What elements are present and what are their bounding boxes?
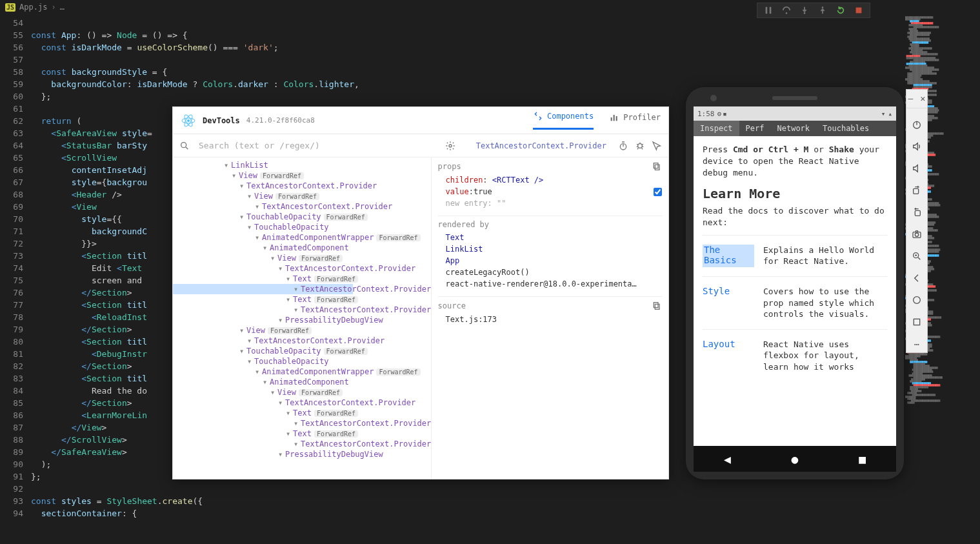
tree-node[interactable]: ▾TouchableOpacityForwardRef bbox=[173, 346, 353, 356]
tree-node[interactable]: ▾AnimatedComponentWrapperForwardRef bbox=[173, 232, 353, 243]
nav-back-icon[interactable]: ◀ bbox=[724, 452, 731, 466]
tree-node[interactable]: ▾TouchableOpacityForwardRef bbox=[173, 212, 353, 222]
restart-icon[interactable] bbox=[836, 6, 845, 15]
home-icon[interactable] bbox=[911, 294, 923, 306]
tree-node[interactable]: ▾TextForwardRef bbox=[173, 408, 353, 418]
svg-point-2 bbox=[786, 12, 788, 14]
link-title[interactable]: Style bbox=[703, 286, 754, 320]
tree-node[interactable]: ▾PressabilityDebugView bbox=[173, 315, 353, 325]
rendered-by-item[interactable]: createLegacyRoot() bbox=[438, 267, 662, 278]
pause-icon[interactable] bbox=[764, 6, 773, 15]
stopwatch-icon[interactable] bbox=[618, 141, 628, 151]
rendered-by-item[interactable]: LinkList bbox=[438, 243, 662, 255]
copy-icon[interactable] bbox=[652, 301, 662, 311]
tree-node[interactable]: ▾TextAncestorContext.Provider bbox=[173, 439, 353, 449]
debug-hint: Press Cmd or Ctrl + M or Shake your devi… bbox=[703, 144, 887, 179]
emulator-app-body[interactable]: Press Cmd or Ctrl + M or Shake your devi… bbox=[694, 136, 896, 446]
devtools-toolbar: TextAncestorContext.Provider bbox=[173, 134, 668, 157]
link-row[interactable]: The BasicsExplains a Hello World for Rea… bbox=[703, 235, 887, 276]
component-search-input[interactable] bbox=[195, 137, 440, 154]
svg-rect-11 bbox=[614, 115, 615, 121]
rendered-by-item[interactable]: react-native-renderer@18.0.0-experimenta… bbox=[438, 278, 662, 290]
tree-node[interactable]: ▾TextAncestorContext.Provider bbox=[173, 181, 353, 191]
gear-icon[interactable] bbox=[445, 141, 455, 151]
inspector-tab-touchables[interactable]: Touchables bbox=[816, 121, 875, 136]
volume-down-icon[interactable] bbox=[911, 163, 923, 174]
tree-node[interactable]: ▾TextAncestorContext.Provider bbox=[173, 305, 353, 315]
rendered-by-item[interactable]: App bbox=[438, 255, 662, 267]
nav-home-icon[interactable]: ● bbox=[792, 452, 799, 466]
prop-value-checkbox[interactable] bbox=[654, 188, 662, 196]
learn-more-heading: Learn More bbox=[703, 186, 887, 201]
tree-node[interactable]: ▾ViewForwardRef bbox=[173, 253, 353, 263]
step-out-icon[interactable] bbox=[818, 6, 827, 15]
svg-rect-19 bbox=[655, 304, 659, 309]
volume-up-icon[interactable] bbox=[911, 141, 923, 152]
tree-node[interactable]: ▾ViewForwardRef bbox=[173, 387, 353, 398]
tree-node[interactable]: ▾ViewForwardRef bbox=[173, 191, 353, 201]
tree-node[interactable]: ▾TextAncestorContext.Provider bbox=[173, 263, 353, 274]
file-type-badge: JS bbox=[5, 3, 15, 12]
inspector-tab-network[interactable]: Network bbox=[770, 121, 816, 136]
link-desc: Explains a Hello World for React Native. bbox=[763, 245, 887, 267]
prop-newentry[interactable]: new entry: "" bbox=[438, 197, 662, 209]
tab-profiler[interactable]: Profiler bbox=[609, 112, 661, 129]
close-icon[interactable]: ✕ bbox=[919, 92, 927, 104]
tree-node[interactable]: ▾LinkList bbox=[173, 160, 353, 170]
link-title[interactable]: The Basics bbox=[703, 245, 754, 267]
step-into-icon[interactable] bbox=[800, 6, 809, 15]
tree-node[interactable]: ▾AnimatedComponent bbox=[173, 243, 353, 253]
tree-node[interactable]: ▾ViewForwardRef bbox=[173, 170, 353, 181]
link-row[interactable]: StyleCovers how to use the prop named st… bbox=[703, 276, 887, 329]
camera-icon[interactable] bbox=[911, 228, 923, 240]
tree-node[interactable]: ▾TextForwardRef bbox=[173, 428, 353, 439]
step-over-icon[interactable] bbox=[782, 6, 791, 15]
tree-node[interactable]: ▾TextForwardRef bbox=[173, 274, 353, 284]
link-title[interactable]: Layout bbox=[703, 339, 754, 373]
tree-node[interactable]: ▾AnimatedComponent bbox=[173, 377, 353, 387]
source-file[interactable]: Text.js:173 bbox=[438, 314, 662, 325]
rendered-by-item[interactable]: Text bbox=[438, 232, 662, 243]
tree-node[interactable]: ▾TouchableOpacity bbox=[173, 356, 353, 367]
react-devtools-panel: DevTools 4.21.0-2f8f60ca8 Components Pro… bbox=[172, 106, 669, 479]
minimize-icon[interactable]: — bbox=[906, 92, 915, 104]
rotate-left-icon[interactable] bbox=[911, 185, 923, 196]
tree-node[interactable]: ▾ViewForwardRef bbox=[173, 325, 353, 336]
tab-components[interactable]: Components bbox=[533, 111, 594, 130]
prop-children: children: <RCTText /> bbox=[438, 174, 662, 186]
more-icon[interactable]: ⋯ bbox=[911, 338, 923, 350]
tree-node[interactable]: ▾TextAncestorContext.Provider bbox=[173, 284, 353, 294]
back-icon[interactable] bbox=[911, 272, 923, 284]
component-tree[interactable]: ▾LinkList▾ViewForwardRef▾TextAncestorCon… bbox=[173, 157, 431, 479]
tree-node[interactable]: ▾TextForwardRef bbox=[173, 294, 353, 305]
tree-node[interactable]: ▾PressabilityDebugView bbox=[173, 449, 353, 459]
breadcrumb-file[interactable]: App.js bbox=[19, 3, 47, 12]
inspector-tab-inspect[interactable]: Inspect bbox=[694, 121, 739, 136]
status-time: 1:58 bbox=[697, 110, 715, 118]
renderedby-title: rendered by bbox=[438, 220, 489, 229]
selected-component-path: TextAncestorContext.Provider bbox=[476, 141, 606, 150]
overview-icon[interactable] bbox=[911, 316, 923, 328]
inspector-tabs: Inspect Perf Network Touchables bbox=[694, 121, 896, 136]
copy-icon[interactable] bbox=[652, 161, 662, 172]
stop-icon[interactable] bbox=[854, 6, 863, 15]
svg-rect-0 bbox=[766, 7, 768, 14]
run-toolbar bbox=[757, 3, 870, 18]
inspect-icon[interactable] bbox=[652, 141, 662, 151]
tree-node[interactable]: ▾TouchableOpacity bbox=[173, 222, 353, 232]
tree-node[interactable]: ▾TextAncestorContext.Provider bbox=[173, 398, 353, 408]
tree-node[interactable]: ▾TextAncestorContext.Provider bbox=[173, 336, 353, 346]
link-row[interactable]: LayoutReact Native uses flexbox for layo… bbox=[703, 329, 887, 382]
inspector-tab-perf[interactable]: Perf bbox=[739, 121, 771, 136]
zoom-icon[interactable] bbox=[911, 250, 923, 262]
power-icon[interactable] bbox=[911, 119, 923, 130]
tree-node[interactable]: ▾TextAncestorContext.Provider bbox=[173, 201, 353, 212]
svg-rect-12 bbox=[616, 116, 617, 121]
nav-recent-icon[interactable]: ■ bbox=[859, 452, 866, 466]
rotate-right-icon[interactable] bbox=[911, 207, 923, 218]
bug-icon[interactable] bbox=[635, 141, 645, 151]
signal-icon: ▴ bbox=[888, 110, 892, 118]
tree-node[interactable]: ▾TextAncestorContext.Provider bbox=[173, 418, 353, 428]
svg-rect-28 bbox=[914, 319, 919, 325]
tree-node[interactable]: ▾AnimatedComponentWrapperForwardRef bbox=[173, 367, 353, 377]
